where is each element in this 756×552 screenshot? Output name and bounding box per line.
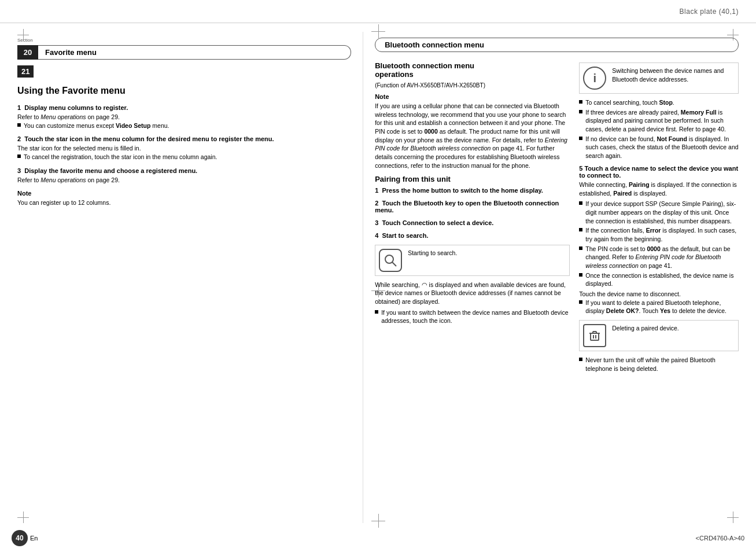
step-5-bullet-4: Once the connection is established, the … [579, 271, 739, 288]
step-1-heading: 1 Display menu columns to register. [17, 104, 351, 111]
disconnect-text: Touch the device name to disconnect. [579, 290, 739, 299]
bullet-icon [579, 300, 582, 304]
bullet-icon [579, 137, 582, 140]
right-left-subcol: Bluetooth connection menu operations (Fu… [375, 58, 570, 374]
never-bullet: Never turn the unit off while the paired… [579, 356, 739, 373]
step-2-number: 2 [17, 135, 24, 142]
svg-rect-2 [591, 333, 599, 340]
left-note-label: Note [17, 190, 351, 197]
search-note: While searching, ◠ is displayed and when… [375, 281, 570, 306]
pairing-step-3: 3 Touch Connection to select a device. [375, 219, 570, 226]
right-right-subcol: i Switching between the device names and… [579, 58, 739, 374]
step-3-number: 3 [17, 167, 24, 174]
svg-point-0 [385, 255, 393, 263]
step-2-bullet: To cancel the registration, touch the st… [17, 153, 351, 161]
bluetooth-section-label: Bluetooth connection menu [375, 38, 739, 52]
bullet-icon [579, 110, 582, 113]
trash-box-text: Deleting a paired device. [612, 324, 679, 333]
info-icon: i [583, 67, 606, 90]
step-2: 2 Touch the star icon in the menu column… [17, 135, 351, 161]
pairing-step-2-heading: 2 Touch the Bluetooth key to open the Bl… [375, 200, 570, 214]
bt-note-label: Note [375, 93, 570, 100]
function-note: (Function of AVH-X5650BT/AVH-X2650BT) [375, 82, 570, 89]
section-20-number: 20 [17, 45, 38, 60]
bt-note-body: If you are using a cellular phone that c… [375, 102, 570, 170]
pairing-step-4: 4 Start to search. [375, 232, 570, 239]
footer-lang: En [30, 535, 38, 542]
step-5: 5 Touch a device name to select the devi… [579, 165, 739, 315]
bullet-icon [375, 310, 378, 314]
step-5-bullet-3: The PIN code is set to 0000 as the defau… [579, 245, 739, 270]
right-two-col: Bluetooth connection menu operations (Fu… [375, 58, 739, 374]
section-small-label: Section [17, 38, 351, 43]
step-3-heading: 3 Display the favorite menu and choose a… [17, 167, 351, 174]
bullet-icon [17, 123, 21, 127]
bullet-icon [17, 154, 21, 158]
trash-icon [583, 324, 606, 347]
bt-main-title: Bluetooth connection menu operations [375, 61, 570, 79]
step-5-bullet-2: If the connection fails, Error is displa… [579, 226, 739, 243]
step-1: 1 Display menu columns to register. Refe… [17, 104, 351, 130]
pairing-step-1: 1 Press the home button to switch to the… [375, 187, 570, 194]
right-bullet-1: To cancel searching, touch Stop. [579, 98, 739, 107]
step-1-number: 1 [17, 104, 24, 111]
search-icon [379, 249, 402, 272]
page-number-box: 40 [12, 530, 28, 546]
svg-line-1 [392, 262, 396, 266]
footer: 40 En <CRD4760-A>40 [12, 530, 744, 546]
pairing-step-1-heading: 1 Press the home button to switch to the… [375, 187, 570, 194]
search-info-box: Starting to search. [375, 245, 570, 276]
footer-left: 40 En [12, 530, 38, 546]
bluetooth-section-header: Bluetooth connection menu [375, 38, 739, 52]
delete-bullet: If you want to delete a paired Bluetooth… [579, 299, 739, 315]
bullet-icon [579, 246, 582, 250]
right-column: Bluetooth connection menu Bluetooth conn… [363, 32, 744, 523]
left-page-title: Using the Favorite menu [17, 86, 351, 96]
info-box-text: Switching between the device names and B… [612, 67, 735, 83]
step-3: 3 Display the favorite menu and choose a… [17, 167, 351, 185]
info-box: i Switching between the device names and… [579, 62, 739, 94]
pairing-step-2: 2 Touch the Bluetooth key to open the Bl… [375, 200, 570, 214]
step-5-body: While connecting, Pairing is displayed. … [579, 181, 739, 197]
footer-code: <CRD4760-A>40 [696, 535, 744, 542]
step-2-body: The star icon for the selected menu is f… [17, 144, 351, 153]
step-2-heading: 2 Touch the star icon in the menu column… [17, 135, 351, 142]
search-box-text: Starting to search. [408, 249, 457, 257]
step-3-body: Refer to Menu operations on page 29. [17, 176, 351, 185]
section-20-header: 20 Favorite menu [17, 45, 351, 60]
step-5-heading: 5 Touch a device name to select the devi… [579, 165, 739, 179]
step-5-bullet-1: If your device support SSP (Secure Simpl… [579, 200, 739, 225]
right-bullet-3: If no device can be found, Not Found is … [579, 135, 739, 160]
step-1-body: Refer to Menu operations on page 29. [17, 113, 351, 122]
header-title: Black plate (40,1) [680, 8, 739, 16]
bullet-icon [579, 273, 582, 277]
main-content: Section 20 Favorite menu 21 Using the Fa… [12, 32, 744, 523]
left-column: Section 20 Favorite menu 21 Using the Fa… [12, 32, 363, 523]
bullet-icon [579, 100, 582, 104]
pairing-step-3-heading: 3 Touch Connection to select a device. [375, 219, 570, 226]
step-1-bullet: You can customize menus except Video Set… [17, 122, 351, 130]
bullet-icon [579, 228, 582, 231]
trash-info-box: Deleting a paired device. [579, 320, 739, 351]
section-21-number: 21 [17, 65, 34, 78]
search-bullet: If you want to switch between the device… [375, 308, 570, 325]
right-bullet-2: If three devices are already paired, Mem… [579, 108, 739, 134]
header-bar: Black plate (40,1) [0, 0, 756, 23]
left-note-body: You can register up to 12 columns. [17, 198, 351, 207]
pairing-step-4-heading: 4 Start to search. [375, 232, 570, 239]
pairing-title: Pairing from this unit [375, 175, 570, 183]
section-20-label: Favorite menu [38, 45, 351, 60]
bullet-icon [579, 201, 582, 205]
bullet-icon [579, 358, 582, 361]
